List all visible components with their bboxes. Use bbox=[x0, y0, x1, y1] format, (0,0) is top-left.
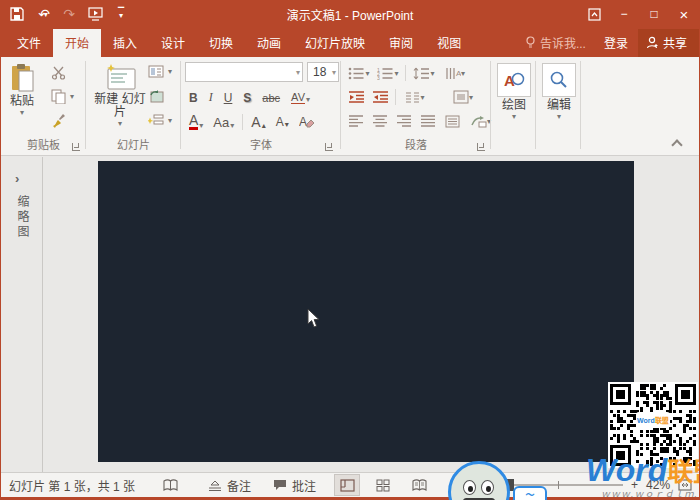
qr-center-logo: Word联盟 bbox=[636, 412, 670, 428]
font-size-combobox[interactable]: 18▾ bbox=[307, 62, 339, 82]
minimize-button[interactable]: − bbox=[609, 0, 639, 28]
tell-me-box[interactable]: 告诉我... bbox=[521, 29, 594, 57]
font-color-button[interactable]: A▾ bbox=[187, 113, 205, 131]
font-group-label: 字体 bbox=[181, 136, 341, 152]
svg-text:A: A bbox=[299, 115, 307, 129]
clear-formatting-button[interactable]: A bbox=[297, 114, 317, 130]
section-button[interactable]: ▾ bbox=[148, 113, 172, 127]
change-case-button[interactable]: Aa▾ bbox=[211, 114, 236, 131]
distribute-text-button[interactable] bbox=[443, 113, 461, 129]
justify-button[interactable] bbox=[419, 113, 437, 129]
underline-button[interactable]: U bbox=[222, 90, 235, 106]
tab-design[interactable]: 设计 bbox=[149, 29, 197, 57]
line-spacing-button[interactable]: ▾ bbox=[411, 65, 437, 81]
slide-layout-icon bbox=[148, 65, 164, 78]
save-icon[interactable] bbox=[9, 6, 25, 22]
increase-font-size-button[interactable]: A▴ bbox=[249, 113, 267, 131]
format-painter-button[interactable] bbox=[51, 113, 66, 128]
quick-access-toolbar: ↶▾ ↷ ▔▾ bbox=[1, 6, 129, 22]
strikethrough-button[interactable]: abc bbox=[260, 91, 282, 105]
reading-view-button[interactable] bbox=[406, 474, 432, 496]
powerpoint-window: ↶▾ ↷ ▔▾ 演示文稿1 - PowerPoint − □ × 文件 开始 插… bbox=[0, 0, 700, 500]
thumbnails-pane-label: 缩略图 bbox=[14, 195, 31, 240]
tab-file[interactable]: 文件 bbox=[5, 29, 53, 57]
mascot-eye bbox=[463, 480, 476, 495]
comments-button[interactable]: 批注 bbox=[273, 477, 316, 494]
slide-sorter-view-button[interactable] bbox=[370, 474, 396, 496]
svg-text:3: 3 bbox=[377, 75, 380, 80]
tab-animations[interactable]: 动画 bbox=[245, 29, 293, 57]
layout-button[interactable]: ▾ bbox=[148, 65, 172, 78]
paste-button[interactable]: 粘贴 ▾ bbox=[9, 63, 35, 117]
paragraph-dialog-launcher[interactable] bbox=[477, 143, 485, 151]
expand-thumbnails-icon[interactable]: › bbox=[15, 171, 19, 186]
reset-button[interactable] bbox=[148, 89, 164, 103]
slide-canvas[interactable] bbox=[98, 161, 634, 462]
columns-button[interactable]: ▾ bbox=[402, 89, 428, 105]
align-text-button[interactable]: ▾ bbox=[448, 89, 478, 105]
customize-qat-button[interactable]: ▔▾ bbox=[113, 6, 129, 22]
text-direction-button[interactable]: A ▾ bbox=[442, 65, 468, 81]
work-area: › 缩略图 bbox=[1, 157, 699, 472]
ribbon-display-options-button[interactable] bbox=[579, 0, 609, 28]
redo-button-disabled[interactable]: ↷ bbox=[61, 6, 77, 22]
person-icon bbox=[646, 36, 659, 49]
align-left-button[interactable] bbox=[347, 113, 365, 129]
tab-slideshow[interactable]: 幻灯片放映 bbox=[293, 29, 377, 57]
tab-insert[interactable]: 插入 bbox=[101, 29, 149, 57]
mouse-cursor bbox=[307, 308, 321, 329]
bullets-button[interactable]: ▾ bbox=[347, 65, 371, 81]
tab-review[interactable]: 审阅 bbox=[377, 29, 425, 57]
decrease-indent-button[interactable] bbox=[347, 89, 365, 105]
clipboard-group: 粘贴 ▾ ▾ 剪贴板 bbox=[1, 57, 86, 155]
font-group: ▾ 18▾ B I U S abc AV▾ A▾ Aa▾ A▴ A▾ A bbox=[181, 57, 341, 155]
close-button[interactable]: × bbox=[669, 0, 699, 28]
undo-button[interactable]: ↶▾ bbox=[35, 6, 51, 22]
character-spacing-button[interactable]: AV▾ bbox=[289, 90, 312, 105]
comment-icon bbox=[273, 479, 287, 491]
paintbrush-icon bbox=[51, 113, 66, 128]
new-slide-button[interactable]: 新建 幻灯片 ▾ bbox=[94, 63, 146, 128]
normal-view-button[interactable] bbox=[334, 474, 360, 496]
notes-icon bbox=[208, 480, 222, 491]
copy-button[interactable]: ▾ bbox=[51, 89, 74, 104]
tab-home[interactable]: 开始 bbox=[53, 29, 101, 57]
tab-transitions[interactable]: 切换 bbox=[197, 29, 245, 57]
maximize-button[interactable]: □ bbox=[639, 0, 669, 28]
watermark-url: ｗｗｗ.ｗｏｒｄｌｍ.ｃｏｍ bbox=[601, 487, 699, 500]
magnifier-icon bbox=[549, 70, 569, 90]
paragraph-group-label: 段落 bbox=[341, 136, 491, 152]
ribbon-tab-row: 文件 开始 插入 设计 切换 动画 幻灯片放映 审阅 视图 告诉我... 登录 … bbox=[1, 28, 699, 57]
font-name-combobox[interactable]: ▾ bbox=[185, 62, 303, 82]
editing-button[interactable]: 编辑 ▾ bbox=[542, 63, 576, 121]
reset-slide-icon bbox=[148, 89, 164, 103]
notes-button[interactable]: 备注 bbox=[208, 477, 251, 494]
assistant-bubble[interactable]: 〜 bbox=[513, 486, 547, 500]
text-shadow-button[interactable]: S bbox=[241, 90, 253, 106]
increase-indent-button[interactable] bbox=[371, 89, 389, 105]
ribbon: 粘贴 ▾ ▾ 剪贴板 新建 幻灯片 ▾ bbox=[1, 57, 699, 156]
bold-button[interactable]: B bbox=[187, 90, 200, 106]
thumbnails-pane-collapsed[interactable]: › 缩略图 bbox=[1, 157, 43, 472]
slide-counter[interactable]: 幻灯片 第 1 张，共 1 张 bbox=[9, 477, 135, 494]
decrease-font-size-button[interactable]: A▾ bbox=[274, 114, 291, 130]
align-center-button[interactable] bbox=[371, 113, 389, 129]
copy-icon bbox=[51, 89, 66, 104]
share-button[interactable]: 共享 bbox=[638, 29, 699, 57]
clipboard-dialog-launcher[interactable] bbox=[72, 143, 80, 151]
tab-view[interactable]: 视图 bbox=[425, 29, 473, 57]
eraser-icon: A bbox=[299, 115, 315, 129]
font-dialog-launcher[interactable] bbox=[325, 143, 333, 151]
drawing-button[interactable]: A 绘图 ▾ bbox=[497, 63, 531, 121]
proofing-status-icon[interactable] bbox=[163, 479, 178, 492]
start-slideshow-icon[interactable] bbox=[87, 6, 103, 22]
window-controls: − □ × bbox=[579, 0, 699, 28]
italic-button[interactable]: I bbox=[207, 89, 215, 106]
collapse-ribbon-button[interactable] bbox=[671, 139, 682, 150]
numbering-button[interactable]: 123 ▾ bbox=[376, 65, 400, 81]
sign-in-button[interactable]: 登录 bbox=[594, 29, 638, 57]
align-right-button[interactable] bbox=[395, 113, 413, 129]
cut-button[interactable] bbox=[51, 65, 67, 80]
drawing-icon: A bbox=[503, 70, 525, 90]
slides-group: 新建 幻灯片 ▾ ▾ ▾ 幻灯片 bbox=[86, 57, 181, 155]
